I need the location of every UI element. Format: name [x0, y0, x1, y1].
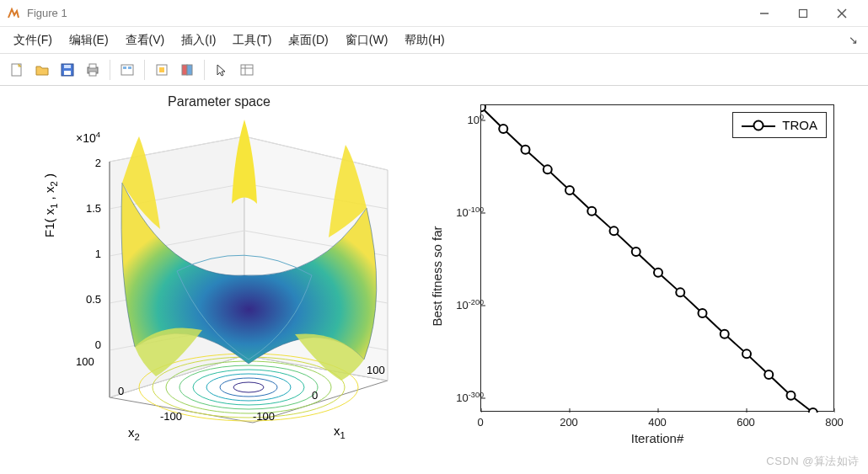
ytick: 100 [443, 113, 484, 126]
legend-label: TROA [782, 118, 817, 132]
x1-axis-label: x1 [334, 423, 346, 440]
open-button[interactable] [30, 58, 54, 82]
browse-figure-button[interactable] [115, 58, 139, 82]
maximize-button[interactable] [784, 0, 822, 27]
legend-sample-icon [742, 120, 775, 131]
svg-point-61 [676, 288, 684, 296]
new-figure-button[interactable] [5, 58, 29, 82]
svg-rect-7 [64, 65, 71, 68]
svg-rect-10 [89, 72, 96, 76]
ytick: 10-300 [443, 391, 484, 404]
x2-axis-label: x2 [128, 425, 140, 442]
svg-rect-9 [89, 64, 96, 68]
menu-insert[interactable]: 插入(I) [173, 29, 224, 51]
menu-desktop[interactable]: 桌面(D) [280, 29, 336, 51]
menubar: 文件(F) 编辑(E) 查看(V) 插入(I) 工具(T) 桌面(D) 窗口(W… [0, 27, 868, 54]
print-button[interactable] [81, 58, 104, 82]
x1tick: 100 [367, 364, 385, 376]
properties-button[interactable] [235, 58, 259, 82]
svg-point-67 [809, 408, 817, 413]
window-title: Figure 1 [27, 7, 745, 19]
svg-point-65 [764, 370, 773, 379]
svg-point-64 [742, 349, 751, 358]
axes-2d[interactable]: TROA 10010-10010-20010-300 0200400600800… [438, 104, 843, 448]
xtick: 0 [477, 416, 483, 429]
toolbar [0, 54, 868, 86]
window-controls [745, 0, 861, 27]
link-axes-button[interactable] [150, 58, 174, 82]
xtick: 200 [560, 416, 578, 429]
ytick: 10-100 [443, 205, 484, 219]
menu-view[interactable]: 查看(V) [117, 29, 174, 51]
toolbar-separator [144, 60, 145, 80]
xtick: 800 [825, 416, 844, 429]
svg-rect-16 [182, 65, 187, 75]
ytick: 10-200 [443, 298, 484, 312]
svg-point-55 [544, 165, 552, 173]
xtick: 600 [737, 416, 755, 429]
toolbar-separator [110, 60, 110, 80]
watermark: CSDN @算法如诗 [766, 454, 860, 469]
svg-rect-11 [121, 65, 133, 75]
x2tick: -100 [160, 410, 182, 423]
menu-tools[interactable]: 工具(T) [224, 29, 280, 51]
svg-point-62 [699, 309, 707, 317]
svg-point-66 [787, 391, 796, 400]
titlebar: Figure 1 [0, 0, 868, 27]
menu-window[interactable]: 窗口(W) [337, 29, 397, 51]
x2tick: 0 [118, 385, 124, 397]
svg-point-52 [481, 105, 485, 111]
app-icon [7, 7, 20, 20]
legend[interactable]: TROA [732, 112, 827, 138]
xtick: 400 [648, 416, 667, 429]
menu-help[interactable]: 帮助(H) [396, 29, 453, 51]
pointer-button[interactable] [210, 58, 233, 82]
svg-point-60 [654, 269, 662, 277]
svg-rect-6 [64, 71, 71, 75]
minimize-button[interactable] [745, 0, 784, 27]
svg-point-54 [522, 146, 530, 154]
svg-point-57 [587, 207, 596, 216]
svg-point-58 [610, 226, 619, 235]
z-axis-label: F1( x1 , x2 ) [42, 173, 59, 237]
axes-title: Parameter space [25, 94, 413, 109]
axes-box: TROA [480, 104, 834, 412]
svg-rect-18 [241, 65, 253, 75]
axes-3d[interactable]: Parameter space ×104 0 0.5 1 1.5 2 F1( x… [25, 94, 413, 456]
surface-plot [76, 111, 405, 431]
svg-point-63 [721, 330, 729, 338]
svg-rect-15 [159, 67, 164, 72]
svg-rect-13 [128, 67, 131, 69]
svg-point-56 [565, 186, 574, 194]
menu-edit[interactable]: 编辑(E) [61, 29, 117, 51]
line-plot [481, 105, 835, 413]
svg-point-59 [632, 248, 640, 256]
y-axis-label: Best fitness so far [430, 226, 444, 326]
svg-point-53 [499, 125, 507, 133]
x2tick: 100 [76, 355, 94, 368]
menu-file[interactable]: 文件(F) [5, 29, 61, 51]
dock-arrow-icon[interactable]: ↘ [844, 34, 863, 46]
svg-rect-12 [123, 67, 126, 69]
svg-rect-17 [187, 65, 192, 75]
colorbar-button[interactable] [175, 58, 199, 82]
x1tick: 0 [312, 389, 318, 402]
toolbar-separator [204, 60, 205, 80]
svg-rect-1 [800, 9, 807, 17]
figure-canvas[interactable]: Parameter space ×104 0 0.5 1 1.5 2 F1( x… [0, 86, 868, 474]
close-button[interactable] [822, 0, 861, 27]
save-button[interactable] [56, 58, 79, 82]
x1tick: -100 [253, 410, 275, 423]
